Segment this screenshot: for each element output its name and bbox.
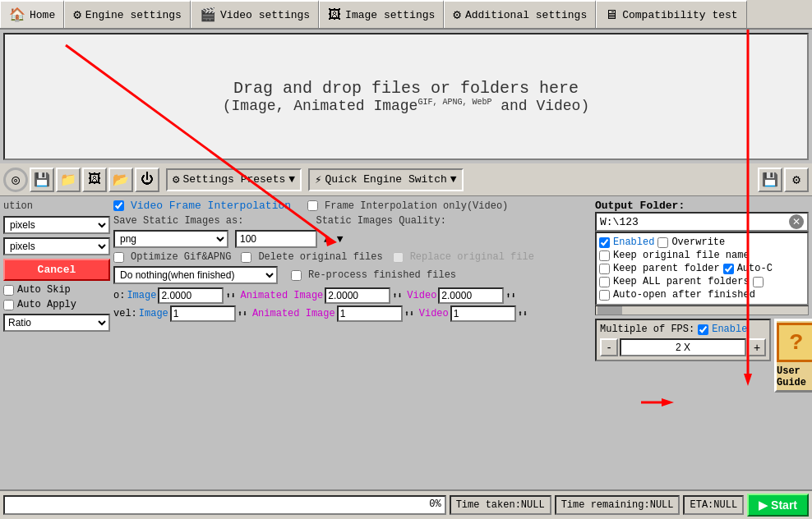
output-clear-button[interactable]: ✕ (789, 214, 804, 229)
when-finished-row: Do nothing(when finished) Re-process fin… (113, 266, 592, 284)
nav-home-label: Home (30, 9, 55, 21)
animated-level-input[interactable] (337, 305, 403, 322)
quality-spin-down[interactable]: ▼ (337, 233, 344, 246)
image-scale-spin[interactable]: ⬆⬇ (225, 291, 235, 301)
delete-original-checkbox[interactable] (241, 252, 251, 263)
keep-all-parents-checkbox[interactable] (599, 277, 610, 287)
image-level-spin[interactable]: ⬆⬇ (238, 309, 247, 319)
animated-level-spin[interactable]: ⬆⬇ (404, 309, 414, 319)
output-options-scroll[interactable]: Enabled Overwrite Keep original file nam… (595, 232, 809, 305)
auto-skip-checkbox[interactable] (3, 285, 14, 296)
settings-presets-chevron: ▼ (288, 173, 295, 186)
toolbar-circle-btn[interactable]: ◎ (3, 168, 28, 192)
fps-plus-button[interactable]: + (748, 338, 766, 356)
nav-additional-settings-label: Additional settings (465, 9, 587, 21)
video-level-spin[interactable]: ⬆⬇ (518, 309, 528, 319)
output-hscrollbar[interactable] (595, 305, 809, 315)
auto-open-row: Auto-open after finished (599, 288, 805, 301)
right-side: Output Folder: W:\123 ✕ Enabled Overwrit… (595, 200, 809, 486)
animated-scale-input[interactable] (325, 287, 390, 304)
enabled-checkbox[interactable] (599, 237, 610, 248)
toolbar-gear-btn[interactable]: ⚙ (784, 168, 809, 192)
user-guide-label: User Guide (777, 365, 812, 388)
video-scale-input[interactable] (438, 287, 504, 304)
toolbar-folder-btn[interactable]: 📁 (56, 168, 81, 192)
fps-enable-label: Enable (712, 324, 747, 335)
fps-minus-button[interactable]: - (600, 338, 618, 356)
nav-additional-settings[interactable]: ⚙ Additional settings (444, 0, 596, 28)
toolbar: ◎ 💾 📁 🖼 📂 ⏻ ⚙ Settings Presets ▼ ⚡ Quick… (0, 163, 812, 196)
optimize-row: Optimize Gif&APNG Delete original files … (113, 251, 592, 263)
quality-input[interactable] (235, 230, 317, 248)
drag-sub-text1: (Image, Animated Image (223, 98, 418, 114)
frame-interp-only-checkbox[interactable] (307, 200, 318, 211)
keep-original-checkbox[interactable] (599, 250, 610, 261)
auto-open-checkbox[interactable] (599, 290, 610, 301)
start-button[interactable]: ▶ Start (747, 494, 809, 517)
quick-engine-switch-dropdown[interactable]: ⚡ Quick Engine Switch ▼ (308, 168, 463, 191)
when-finished-select[interactable]: Do nothing(when finished) (113, 266, 278, 284)
nav-video-settings[interactable]: 🎬 Video settings (191, 0, 319, 28)
image-level-label: Image (139, 308, 168, 319)
vfi-checkbox[interactable] (113, 200, 124, 211)
cancel-button[interactable]: Cancel (3, 259, 110, 281)
additional-settings-icon: ⚙ (453, 7, 461, 23)
toolbar-folder2-btn[interactable]: 📂 (108, 168, 133, 192)
toolbar-save-btn[interactable]: 💾 (30, 168, 54, 192)
animated-scale-label: Animated Image (240, 290, 323, 301)
fps-enable-checkbox[interactable] (698, 324, 708, 335)
quality-spin-up[interactable]: ▲ (324, 233, 330, 246)
start-icon: ▶ (759, 498, 768, 512)
resolution-select1[interactable]: pixels (3, 216, 110, 234)
image-settings-icon: 🖼 (328, 7, 341, 23)
auto-apply-label: Auto Apply (17, 299, 76, 310)
animated-scale-spin[interactable]: ⬆⬇ (392, 291, 402, 301)
settings-presets-dropdown[interactable]: ⚙ Settings Presets ▼ (166, 168, 302, 191)
toolbar-image-btn[interactable]: 🖼 (82, 168, 107, 192)
overwrite-checkbox[interactable] (657, 237, 668, 248)
left-panel: ution pixels pixels Cancel Auto Skip Aut… (3, 200, 110, 486)
nav-engine-settings[interactable]: ⚙ Engine settings (64, 0, 191, 28)
nav-compatibility-label: Compatibility test (622, 9, 737, 21)
fps-value-input[interactable] (620, 338, 746, 356)
reprocess-checkbox[interactable] (291, 270, 302, 281)
optimize-checkbox[interactable] (113, 252, 124, 263)
status-bar: 0% Time taken:NULL Time remaining:NULL E… (0, 489, 812, 519)
auto-apply-checkbox[interactable] (3, 300, 14, 310)
save-format-select[interactable]: png (113, 230, 228, 248)
overwrite-label: Overwrite (671, 237, 725, 248)
extra-checkbox[interactable] (753, 277, 764, 287)
compat-icon: 🖥 (605, 7, 618, 23)
image-level-input[interactable] (170, 305, 236, 322)
keep-all-parents-row: Keep ALL parent folders (599, 275, 805, 288)
nav-compatibility-test[interactable]: 🖥 Compatibility test (596, 0, 746, 28)
video-level-label: Video (419, 308, 449, 319)
nav-image-settings[interactable]: 🖼 Image settings (319, 0, 444, 28)
nav-video-settings-label: Video settings (220, 9, 310, 21)
resolution-select2[interactable]: pixels (3, 237, 110, 255)
ratio-select[interactable]: Ratio (3, 314, 110, 332)
user-guide-button[interactable]: ? User Guide (774, 319, 812, 393)
image-scale-input[interactable] (158, 287, 224, 304)
video-settings-icon: 🎬 (200, 7, 216, 23)
keep-original-label: Keep original file name (613, 250, 750, 261)
keep-parent-row: Keep parent folder Auto-C (599, 262, 805, 275)
enabled-label: Enabled (613, 237, 654, 248)
toolbar-save2-btn[interactable]: 💾 (758, 168, 782, 192)
output-path: W:\123 (600, 216, 789, 228)
auto-c-checkbox[interactable] (723, 264, 734, 274)
drop-zone[interactable]: Drag and drop files or folders here (Ima… (3, 33, 809, 160)
replace-original-checkbox[interactable] (393, 252, 404, 263)
resolution-label: ution (3, 200, 110, 213)
drag-main-text: Drag and drop files or folders here (233, 79, 579, 98)
engine-settings-icon: ⚙ (73, 7, 81, 23)
toolbar-power-btn[interactable]: ⏻ (135, 168, 159, 192)
center-bottom: Video Frame Interpolation Frame Interpol… (113, 200, 592, 486)
video-level-input[interactable] (450, 305, 516, 322)
replace-original-label: Replace original file (410, 251, 534, 263)
keep-parent-checkbox[interactable] (599, 264, 610, 274)
auto-skip-label: Auto Skip (17, 284, 71, 296)
home-icon: 🏠 (9, 7, 25, 23)
video-scale-spin[interactable]: ⬆⬇ (505, 291, 515, 301)
nav-home[interactable]: 🏠 Home (0, 0, 64, 28)
